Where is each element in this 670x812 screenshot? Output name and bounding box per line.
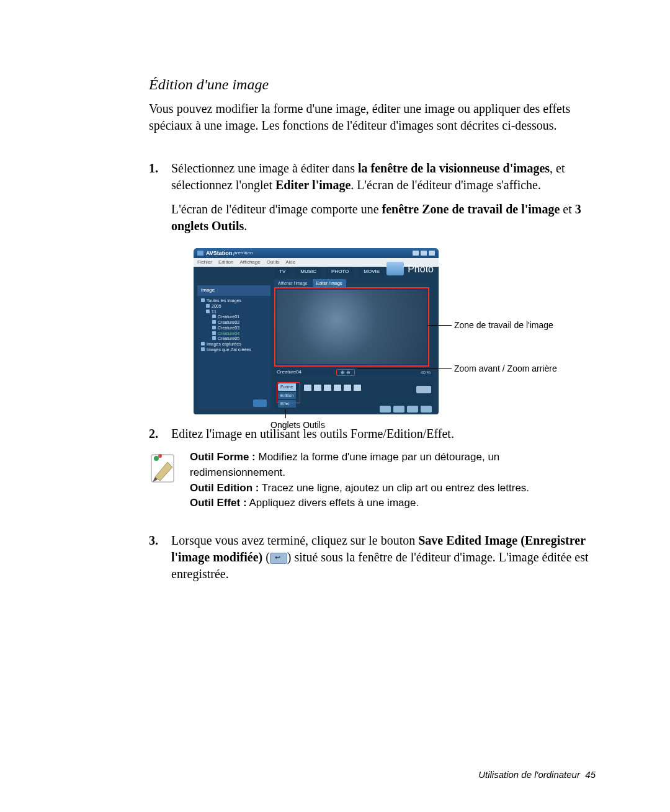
tree-item-selected[interactable]: Creature04 — [201, 331, 267, 337]
menu-item[interactable]: Aide — [285, 259, 295, 266]
bottom-action-buttons — [380, 406, 432, 413]
zoom-out-icon[interactable]: ⊖ — [346, 370, 351, 377]
side-panel-header: Image — [197, 285, 270, 296]
tool-icons-row — [304, 385, 361, 391]
category-indicator: Photo — [386, 262, 434, 275]
svg-point-2 — [158, 454, 162, 458]
app-title: AVStation — [206, 249, 232, 257]
document-page: Édition d'une image Vous pouvez modifier… — [0, 0, 670, 812]
step-number: 2. — [149, 426, 158, 442]
image-icon — [212, 331, 216, 335]
step-2: 2. Editez l'image en utilisant les outil… — [149, 426, 596, 442]
action-button[interactable] — [421, 406, 432, 413]
save-edited-image-button[interactable] — [416, 386, 431, 393]
menu-item[interactable]: Outils — [267, 259, 279, 266]
step-number: 1. — [149, 160, 158, 177]
menu-item[interactable]: Fichier — [197, 259, 212, 266]
add-button[interactable] — [253, 399, 267, 407]
menu-item[interactable]: Affichage — [239, 259, 260, 266]
action-button[interactable] — [380, 406, 391, 413]
tree-item[interactable]: Creature01 — [201, 315, 267, 320]
callout-line — [428, 325, 452, 326]
flip-h-icon[interactable] — [334, 385, 341, 391]
crop-icon[interactable] — [304, 385, 311, 391]
tree-month[interactable]: 11 — [201, 310, 267, 315]
tree-year[interactable]: 2005 — [201, 304, 267, 310]
flip-v-icon[interactable] — [344, 385, 351, 391]
menu-item[interactable]: Edition — [218, 259, 233, 266]
callout-work-area: Zone de travail de l'image — [454, 319, 553, 331]
tree-root[interactable]: Toutes les images — [201, 298, 267, 304]
app-icon — [197, 251, 203, 256]
folder-icon — [201, 347, 205, 351]
step2-text: Editez l'image en utilisant les outils F… — [171, 427, 454, 440]
folder-icon — [201, 298, 205, 302]
intro-paragraph: Vous pouvez modifier la forme d'une imag… — [149, 100, 596, 134]
folder-icon — [201, 342, 205, 346]
category-label: Photo — [408, 262, 434, 276]
tab-photo[interactable]: PHOTO — [326, 267, 354, 277]
action-button[interactable] — [407, 406, 418, 413]
app-subtitle: premium — [233, 250, 252, 257]
tree-item[interactable]: Creature05 — [201, 336, 267, 342]
tree-item[interactable]: Creature02 — [201, 320, 267, 326]
rotate-right-icon[interactable] — [324, 385, 331, 391]
image-icon — [212, 320, 216, 324]
section-heading: Édition d'une image — [149, 74, 596, 94]
page-footer: Utilisation de l'ordinateur 45 — [478, 769, 596, 781]
tool-tabs-highlight — [277, 382, 300, 403]
close-icon[interactable] — [429, 251, 435, 256]
tree-item[interactable]: Creature03 — [201, 326, 267, 331]
folder-icon — [206, 310, 210, 313]
window-controls[interactable] — [413, 251, 435, 256]
image-icon — [212, 326, 216, 329]
app-window: AVStation premium Fichier Edition Affich… — [194, 248, 439, 414]
step1-text: Sélectionnez une image à éditer dans la … — [171, 161, 565, 192]
tree-captured[interactable]: Images capturées — [201, 342, 267, 347]
rotate-left-icon[interactable] — [314, 385, 321, 391]
category-tabs: TV MUSIC PHOTO MOVIE — [274, 267, 385, 277]
pencil-note-icon — [149, 450, 177, 484]
tree-created[interactable]: Images que J'ai créées — [201, 347, 267, 353]
sub-tabs: Afficher l'image Editer l'image — [274, 279, 347, 287]
action-button[interactable] — [393, 406, 404, 413]
tab-music[interactable]: MUSIC — [295, 267, 321, 277]
photo-icon — [386, 262, 404, 275]
calendar-icon — [206, 304, 210, 308]
work-area-highlight — [274, 287, 429, 367]
note-icon — [149, 450, 177, 484]
minimize-icon[interactable] — [413, 251, 419, 256]
image-icon — [212, 336, 216, 340]
tab-tv[interactable]: TV — [274, 267, 290, 277]
note-text: Outil Forme : Modifiez la forme d'une im… — [190, 450, 596, 511]
maximize-icon[interactable] — [421, 251, 427, 256]
side-panel: Image Toutes les images 2005 11 Creature… — [197, 285, 270, 409]
subtab-edit[interactable]: Editer l'image — [313, 279, 346, 287]
step-number: 3. — [149, 532, 158, 549]
screenshot-figure: AVStation premium Fichier Edition Affich… — [194, 248, 578, 414]
subtab-view[interactable]: Afficher l'image — [274, 279, 311, 287]
image-tree[interactable]: Toutes les images 2005 11 Creature01 Cre… — [197, 296, 270, 355]
step3-text: Lorsque vous avez terminé, cliquez sur l… — [171, 533, 588, 581]
svg-point-1 — [154, 456, 159, 461]
current-filename: Creature04 — [277, 369, 302, 376]
step1-paragraph2: L'écran de l'éditeur d'image comporte un… — [171, 201, 596, 234]
image-icon — [212, 315, 216, 318]
note-block: Outil Forme : Modifiez la forme d'une im… — [149, 450, 596, 511]
zoom-fit-label: 40 % — [421, 370, 431, 375]
step-1: 1. Sélectionnez une image à éditer dans … — [149, 160, 596, 414]
callout-line — [285, 409, 286, 418]
zoom-controls-highlight: ⊕ ⊖ — [336, 369, 355, 376]
step-3: 3. Lorsque vous avez terminé, cliquez su… — [149, 532, 596, 582]
resize-icon[interactable] — [354, 385, 361, 391]
callout-zoom: Zoom avant / Zoom arrière — [454, 363, 557, 375]
tab-movie[interactable]: MOVIE — [359, 267, 385, 277]
title-bar: AVStation premium — [194, 248, 439, 258]
save-edited-image-icon — [270, 553, 287, 564]
zoom-in-icon[interactable]: ⊕ — [341, 370, 345, 377]
callout-line — [357, 368, 452, 369]
